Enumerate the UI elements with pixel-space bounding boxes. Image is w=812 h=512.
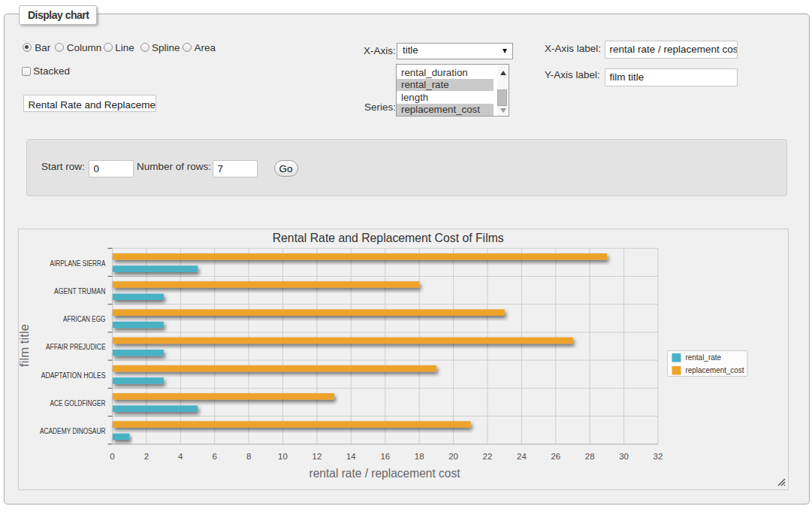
svg-text:rental_rate: rental_rate xyxy=(686,353,722,362)
svg-text:AIRPLANE SIERRA: AIRPLANE SIERRA xyxy=(50,259,106,268)
svg-text:ACE GOLDFINGER: ACE GOLDFINGER xyxy=(50,399,106,407)
svg-text:4: 4 xyxy=(178,452,183,461)
svg-text:AFRICAN EGG: AFRICAN EGG xyxy=(63,315,106,323)
svg-text:30: 30 xyxy=(619,452,629,461)
svg-text:10: 10 xyxy=(278,452,288,461)
svg-text:6: 6 xyxy=(212,452,216,461)
svg-text:28: 28 xyxy=(585,452,595,461)
svg-text:2: 2 xyxy=(144,452,149,461)
svg-text:32: 32 xyxy=(654,452,663,461)
svg-text:ADAPTATION HOLES: ADAPTATION HOLES xyxy=(41,371,106,380)
svg-text:14: 14 xyxy=(346,452,356,461)
svg-text:18: 18 xyxy=(415,452,424,461)
svg-text:Rental Rate and Replacement Co: Rental Rate and Replacement Cost of Film… xyxy=(273,231,504,245)
svg-text:24: 24 xyxy=(517,452,527,461)
svg-text:12: 12 xyxy=(312,452,322,461)
svg-text:ACADEMY DINOSAUR: ACADEMY DINOSAUR xyxy=(40,427,106,435)
svg-text:rental rate / replacement cost: rental rate / replacement cost xyxy=(309,466,460,480)
svg-text:AGENT TRUMAN: AGENT TRUMAN xyxy=(54,287,106,295)
svg-text:20: 20 xyxy=(448,452,458,461)
svg-text:16: 16 xyxy=(380,452,390,461)
svg-text:replacement_cost: replacement_cost xyxy=(686,365,744,374)
svg-text:8: 8 xyxy=(246,452,251,461)
svg-text:26: 26 xyxy=(551,452,560,461)
svg-text:22: 22 xyxy=(483,452,493,461)
svg-text:film title: film title xyxy=(17,324,31,367)
svg-text:0: 0 xyxy=(110,452,114,461)
svg-text:AFFAIR PREJUDICE: AFFAIR PREJUDICE xyxy=(46,343,106,351)
